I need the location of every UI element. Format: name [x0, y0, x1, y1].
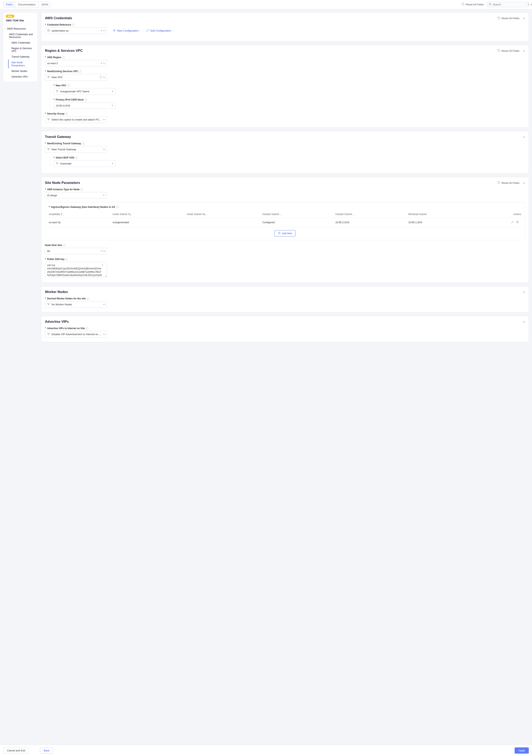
- collapse-icon[interactable]: ∧: [523, 49, 525, 52]
- svg-point-14: [48, 149, 49, 150]
- reset-all-top[interactable]: Reset All Fields: [462, 3, 484, 6]
- info-icon[interactable]: i: [75, 156, 78, 159]
- clear-icon[interactable]: ×: [101, 62, 102, 65]
- card-aws-credentials: AWS Credentials Reset All Fields ∧ *Cred…: [41, 13, 529, 41]
- sidebar-item-7[interactable]: Advertise VIPs: [3, 74, 38, 80]
- chevron-down-icon[interactable]: ▾: [103, 118, 105, 121]
- sidebar-item-5[interactable]: Site Node Parameters: [8, 60, 38, 68]
- info-icon[interactable]: i: [65, 113, 68, 115]
- card-advertise-vips: Advertise VIPs ∧ *Advertise VIPs to Inte…: [41, 316, 529, 342]
- collapse-icon[interactable]: ∧: [523, 181, 525, 184]
- worker-nodes-select[interactable]: No Worker Nodes ▾: [45, 301, 107, 308]
- info-icon[interactable]: i: [67, 84, 69, 87]
- search-prev-icon[interactable]: ∧: [527, 3, 529, 6]
- chevron-down-icon[interactable]: ▾: [103, 62, 105, 65]
- sidebar: New AWS TGW Site AWS ResourcesAWS Creden…: [3, 13, 38, 82]
- collapse-icon[interactable]: ∧: [523, 320, 525, 323]
- chevron-down-icon[interactable]: ▾: [103, 76, 105, 79]
- add-item-button[interactable]: Add Item: [274, 230, 295, 236]
- section-title: Site Node Parameters: [45, 181, 80, 185]
- ssh-key-textarea[interactable]: [45, 262, 107, 277]
- chevron-down-icon[interactable]: ▾: [103, 333, 105, 336]
- info-icon[interactable]: i: [65, 258, 68, 260]
- tgw-mode-select[interactable]: New Transit Gateway ▾: [45, 146, 107, 153]
- instance-type-input[interactable]: t3.xlarge×: [45, 192, 107, 199]
- sidebar-item-1[interactable]: AWS Credentials and Resources: [3, 32, 38, 40]
- label: Reset All Fields: [501, 49, 519, 52]
- value: No Worker Nodes: [52, 303, 102, 306]
- info-icon[interactable]: i: [62, 56, 65, 59]
- clear-icon[interactable]: ×: [101, 249, 102, 253]
- info-icon[interactable]: i: [116, 206, 119, 208]
- bgp-select[interactable]: Automatic ▾: [54, 160, 115, 167]
- info-icon[interactable]: i: [72, 24, 74, 26]
- info-icon[interactable]: i: [87, 297, 89, 300]
- svg-point-19: [47, 303, 48, 304]
- edit-configuration-link[interactable]: Edit Configuration›: [146, 29, 173, 32]
- clear-icon[interactable]: ×: [112, 104, 113, 107]
- security-group-select[interactable]: Select this option to create and attach …: [45, 116, 107, 123]
- chevron-down-icon[interactable]: ▾: [103, 29, 105, 32]
- chevron-down-icon[interactable]: ▾: [112, 162, 113, 165]
- vpc-mode-select[interactable]: New VPC ▾: [45, 74, 107, 81]
- sidebar-item-6[interactable]: Worker Nodes: [3, 68, 38, 74]
- advertise-vips-select[interactable]: Disable VIP Advertisement to Internet on…: [45, 331, 107, 338]
- branch-icon: [47, 303, 50, 306]
- search-next-icon[interactable]: ∨: [530, 3, 532, 6]
- collapse-icon[interactable]: ∧: [523, 17, 525, 20]
- view-configuration-link[interactable]: View Configuration›: [113, 29, 140, 32]
- info-icon[interactable]: i: [79, 70, 82, 73]
- cidr-input[interactable]: 10.65.0.0/16×: [54, 102, 115, 109]
- col-header: Workload Subnet: [406, 211, 476, 218]
- info-icon[interactable]: i: [80, 188, 83, 191]
- field-label: *Primary IPv4 CIDR blocki: [54, 98, 525, 101]
- field-label: *New/Existing Transit Gatewayi: [45, 142, 525, 145]
- field-label: *Advertise VIPs to Internet on Sitei: [45, 327, 525, 330]
- reset-snp[interactable]: Reset All Fields: [497, 181, 519, 185]
- info-icon[interactable]: i: [82, 142, 85, 145]
- sidebar-item-3[interactable]: Region & Services VPC: [3, 45, 38, 54]
- chevron-down-icon[interactable]: ▾: [112, 90, 113, 93]
- reset-icon[interactable]: [99, 75, 102, 79]
- reset-aws-cred[interactable]: Reset All Fields: [497, 16, 519, 20]
- tab-json[interactable]: JSON: [38, 2, 51, 7]
- value: Disable VIP Advertisement to Internet on…: [52, 333, 102, 336]
- edit-icon[interactable]: [511, 221, 514, 224]
- collapse-icon[interactable]: ∧: [523, 135, 525, 139]
- info-icon[interactable]: i: [85, 98, 87, 101]
- clear-icon[interactable]: ×: [102, 263, 103, 266]
- branch-icon: [56, 90, 59, 93]
- tab-form[interactable]: Form: [3, 2, 15, 7]
- search-box[interactable]: ∧ ∨ ✕: [487, 2, 529, 7]
- tab-documentation[interactable]: Documentation: [15, 2, 38, 7]
- clear-icon[interactable]: ×: [103, 194, 105, 197]
- stepper-icon[interactable]: ▴▾: [104, 250, 105, 253]
- sidebar-item-0[interactable]: AWS Resources: [3, 26, 38, 32]
- svg-point-15: [56, 162, 57, 163]
- branch-icon: [47, 75, 50, 79]
- field-label: *Select BGP ASNi: [54, 156, 525, 159]
- credential-reference-select[interactable]: system/aws-sy × ▾: [45, 27, 107, 34]
- chevron-down-icon[interactable]: ▾: [103, 148, 105, 151]
- card-region-vpc: Region & Services VPC Reset All Fields ∧…: [41, 45, 529, 127]
- reset-region[interactable]: Reset All Fields: [497, 49, 519, 53]
- info-icon[interactable]: i: [86, 327, 88, 330]
- value: 10.65.0.0/16: [56, 104, 111, 107]
- sidebar-item-2[interactable]: AWS Credentials: [3, 40, 38, 45]
- table-title: *Ingress/Egress Gateway (two Interface) …: [45, 205, 525, 211]
- search-input[interactable]: [493, 3, 526, 6]
- branch-icon: [56, 162, 59, 165]
- card-site-node-parameters: Site Node Parameters Reset All Fields ∧ …: [41, 177, 529, 283]
- section-title: Advertise VIPs: [45, 320, 69, 324]
- new-vpc-select[interactable]: Autogenerate VPC Name ▾: [54, 88, 115, 95]
- clear-icon[interactable]: ×: [101, 29, 102, 32]
- value: Autogenerate VPC Name: [60, 90, 111, 93]
- info-icon[interactable]: i: [63, 244, 65, 247]
- value: Select this option to create and attach …: [52, 118, 102, 121]
- chevron-down-icon[interactable]: ▾: [103, 303, 105, 306]
- disk-size-input[interactable]: 80×▴▾: [45, 248, 107, 254]
- collapse-icon[interactable]: ∧: [523, 290, 525, 294]
- sidebar-item-4[interactable]: Transit Gateway: [3, 54, 38, 60]
- aws-region-input[interactable]: us-east-2×▾: [45, 60, 107, 66]
- delete-icon[interactable]: [516, 221, 519, 224]
